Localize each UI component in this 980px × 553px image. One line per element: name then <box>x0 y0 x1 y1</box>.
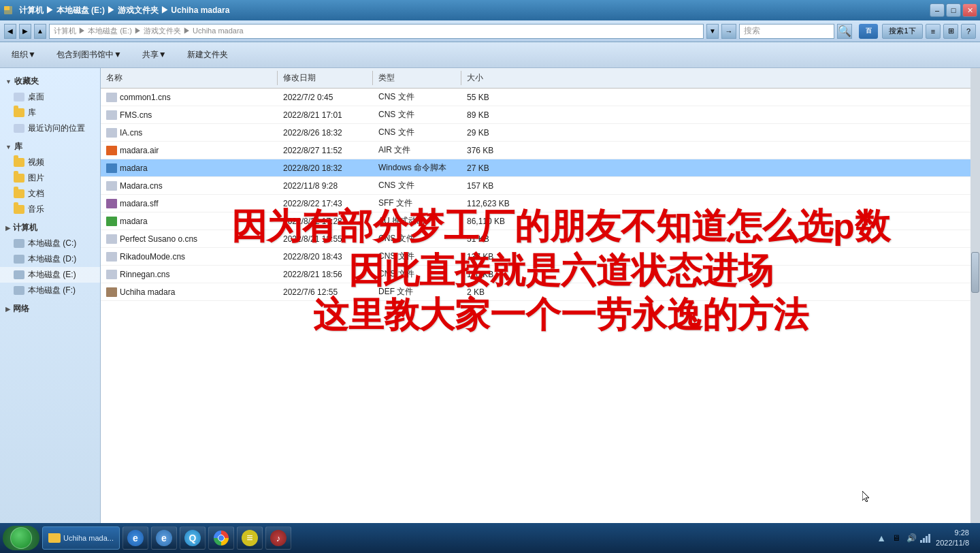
signal-bars <box>920 533 930 543</box>
file-date: 2022/7/6 12:55 <box>283 287 338 297</box>
col-name[interactable]: 名称 <box>101 71 278 85</box>
share-button[interactable]: 共享▼ <box>136 46 173 63</box>
file-size: 55 KB <box>467 93 489 102</box>
tray-network-icon[interactable]: 🖥 <box>890 532 902 544</box>
taskbar-app-qq[interactable]: Q <box>180 526 206 550</box>
new-folder-button[interactable]: 新建文件夹 <box>181 46 234 63</box>
tray-icon-1[interactable]: ▲ <box>875 532 887 544</box>
table-row[interactable]: madara 2022/8/20 18:32 Windows 命令脚本 27 K… <box>101 159 980 177</box>
sidebar-item-video[interactable]: 视频 <box>0 155 100 170</box>
table-row[interactable]: FMS.cns 2022/8/21 17:01 CNS 文件 89 KB <box>101 106 980 124</box>
sidebar-item-music[interactable]: 音乐 <box>0 202 100 217</box>
sidebar-item-library[interactable]: 库 <box>0 105 100 121</box>
libraries-header[interactable]: ▼ 库 <box>0 139 100 155</box>
libraries-section: ▼ 库 视频 图片 文档 音乐 <box>0 139 100 217</box>
scrollbar[interactable] <box>970 68 980 528</box>
sidebar-item-documents[interactable]: 文档 <box>0 186 100 202</box>
table-row[interactable]: IA.cns 2022/8/26 18:32 CNS 文件 29 KB <box>101 124 980 142</box>
file-name: Madara.cns <box>120 181 163 191</box>
file-name-cell: Perfect Susano o.cns <box>101 232 278 246</box>
col-date[interactable]: 修改日期 <box>278 71 373 85</box>
address-dropdown[interactable]: ▼ <box>706 24 719 39</box>
sidebar-item-drive-f[interactable]: 本地磁盘 (F:) <box>0 283 100 298</box>
sidebar-item-drive-c[interactable]: 本地磁盘 (C:) <box>0 236 100 251</box>
file-date: 2022/11/8 9:28 <box>283 181 338 191</box>
baidu-icon[interactable]: 百 <box>859 24 878 39</box>
sidebar-item-pictures[interactable]: 图片 <box>0 170 100 186</box>
table-row[interactable]: RikadouMode.cns 2022/8/20 18:43 CNS 文件 1… <box>101 248 980 266</box>
file-type: CNS 文件 <box>378 109 414 121</box>
table-row[interactable]: madara.air 2022/8/27 11:52 AIR 文件 376 KB <box>101 142 980 159</box>
drive-e-icon <box>14 270 24 279</box>
file-size: 112,623 KB <box>467 199 510 208</box>
table-row[interactable]: Madara.cns 2022/11/8 9:28 CNS 文件 157 KB <box>101 177 980 195</box>
table-row[interactable]: common1.cns 2022/7/2 0:45 CNS 文件 55 KB <box>101 89 980 106</box>
sidebar-item-drive-d[interactable]: 本地磁盘 (D:) <box>0 251 100 267</box>
file-date: 2022/8/27 11:52 <box>283 146 342 155</box>
scrollbar-thumb[interactable] <box>971 252 979 293</box>
file-date-cell: 2022/7/6 12:55 <box>278 285 373 299</box>
help-button[interactable]: ? <box>961 24 976 39</box>
minimize-button[interactable]: – <box>930 3 945 17</box>
title-bar: 计算机 ▶ 本地磁盘 (E:) ▶ 游戏文件夹 ▶ Uchiha madara … <box>0 0 980 20</box>
forward-button[interactable]: ▶ <box>19 24 31 39</box>
view-button[interactable]: ≡ <box>926 24 941 39</box>
file-date: 2022/8/20 18:32 <box>283 163 342 173</box>
table-row[interactable]: madara 2022/8/22 17:28 AU 推式动画 86,110 KB <box>101 212 980 230</box>
file-type-cell: CNS 文件 <box>373 90 461 104</box>
table-row[interactable]: Rinnegan.cns 2022/8/21 18:56 CNS 文件 120 … <box>101 266 980 283</box>
file-type: Windows 命令脚本 <box>378 162 446 174</box>
file-type: CNS 文件 <box>378 251 414 262</box>
search-placeholder: 搜索 <box>744 25 760 37</box>
file-date-cell: 2022/8/20 18:43 <box>278 249 373 264</box>
file-size-cell: 112,623 KB <box>461 196 529 210</box>
sidebar-item-desktop[interactable]: 桌面 <box>0 89 100 105</box>
drive-f-label: 本地磁盘 (F:) <box>28 285 76 296</box>
table-row[interactable]: madara.sff 2022/8/22 17:43 SFF 文件 112,62… <box>101 195 980 212</box>
search-button[interactable]: 🔍 <box>837 24 852 39</box>
col-size[interactable]: 大小 <box>461 71 529 85</box>
go-button[interactable]: → <box>721 24 736 39</box>
taskbar-app-chrome[interactable] <box>208 526 234 550</box>
network-header[interactable]: ▶ 网络 <box>0 301 100 317</box>
organize-button[interactable]: 组织▼ <box>5 46 42 63</box>
tray-sound-icon[interactable]: 🔊 <box>905 532 917 544</box>
file-type-icon <box>106 252 117 262</box>
details-button[interactable]: ⊞ <box>943 24 958 39</box>
taskbar-app-music[interactable]: ♪ <box>265 526 291 550</box>
file-type-icon <box>106 163 117 173</box>
sidebar-item-drive-e[interactable]: 本地磁盘 (E:) <box>0 267 100 283</box>
table-row[interactable]: Perfect Susano o.cns 2022/8/21 18:55 CNS… <box>101 230 980 248</box>
music-icon: ♪ <box>270 530 287 546</box>
table-row[interactable]: Uchiha madara 2022/7/6 12:55 DEF 文件 2 KB <box>101 283 980 301</box>
content-area: 名称 修改日期 类型 大小 common1.cns 2022/7/2 0:45 … <box>101 68 980 528</box>
file-size: 29 KB <box>467 128 489 138</box>
file-name-cell: madara <box>101 214 278 228</box>
col-type[interactable]: 类型 <box>373 71 461 85</box>
favorites-header[interactable]: ▼ 收藏夹 <box>0 74 100 89</box>
up-button[interactable]: ▲ <box>34 24 46 39</box>
include-library-button[interactable]: 包含到图书馆中▼ <box>50 46 128 63</box>
browser-button[interactable]: 搜索1下 <box>882 24 923 39</box>
search-box[interactable]: 搜索 <box>739 24 834 39</box>
clock-area[interactable]: 9:28 2022/11/8 <box>933 528 972 549</box>
file-type-cell: CNS 文件 <box>373 232 461 246</box>
network-chevron: ▶ <box>5 306 10 313</box>
taskbar-app-files[interactable]: ≡ <box>237 526 263 550</box>
address-input[interactable]: 计算机 ▶ 本地磁盘 (E:) ▶ 游戏文件夹 ▶ Uchiha madara <box>49 24 704 39</box>
computer-header[interactable]: ▶ 计算机 <box>0 220 100 236</box>
maximize-button[interactable]: □ <box>946 3 961 17</box>
file-type: CNS 文件 <box>378 127 414 138</box>
libraries-label: 库 <box>14 141 22 153</box>
start-button[interactable] <box>3 526 39 550</box>
close-button[interactable]: ✕ <box>962 3 977 17</box>
taskbar-explorer-item[interactable]: Uchiha mada... <box>42 526 120 550</box>
drive-e-label: 本地磁盘 (E:) <box>28 269 76 281</box>
back-button[interactable]: ◀ <box>4 24 16 39</box>
taskbar-app-ie1[interactable]: e <box>122 526 148 550</box>
file-type-icon <box>106 146 117 155</box>
file-type: SFF 文件 <box>378 198 412 209</box>
taskbar-app-ie2[interactable]: e <box>151 526 177 550</box>
sidebar-item-recent[interactable]: 最近访问的位置 <box>0 121 100 136</box>
file-size-cell: 51 KB <box>461 232 529 246</box>
